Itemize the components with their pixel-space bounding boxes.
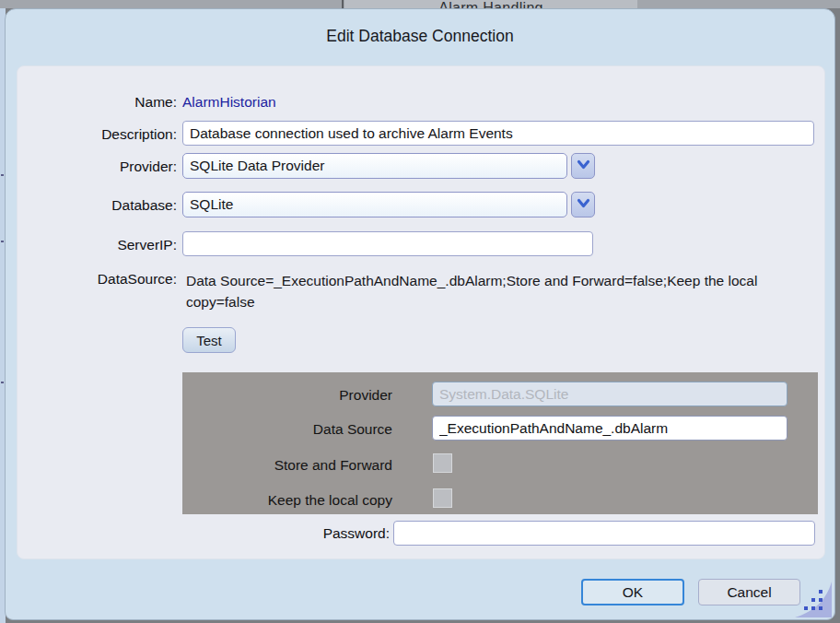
name-value: AlarmHistorian bbox=[182, 94, 276, 111]
dialog-content-panel: Name: AlarmHistorian Description: Provid… bbox=[17, 65, 825, 559]
keep-local-copy-label: Keep the local copy bbox=[182, 492, 392, 509]
store-and-forward-checkbox[interactable] bbox=[433, 453, 452, 473]
provider-settings-panel: Provider Data Source Store and Forward K… bbox=[182, 372, 818, 514]
dialog-title: Edit Database Connection bbox=[6, 27, 834, 46]
resize-grip[interactable] bbox=[795, 582, 832, 617]
cancel-button[interactable]: Cancel bbox=[698, 579, 800, 605]
password-label: Password: bbox=[202, 525, 390, 542]
provider-label: Provider: bbox=[18, 159, 177, 175]
serverip-label: ServerIP: bbox=[18, 237, 177, 253]
database-label: Database: bbox=[18, 197, 177, 214]
panel-datasource-input[interactable] bbox=[432, 416, 788, 441]
background-fragment bbox=[1, 382, 4, 383]
datasource-label: DataSource: bbox=[18, 271, 177, 288]
ok-button[interactable]: OK bbox=[581, 579, 684, 605]
provider-combobox[interactable]: SQLite Data Provider bbox=[182, 153, 567, 179]
password-input[interactable] bbox=[393, 521, 815, 546]
background-tab-label: Alarm Handling bbox=[438, 0, 543, 8]
chevron-down-icon bbox=[577, 196, 590, 213]
store-and-forward-label: Store and Forward bbox=[182, 457, 392, 474]
chevron-down-icon bbox=[577, 158, 590, 174]
background-fragment bbox=[1, 241, 4, 242]
panel-datasource-label: Data Source bbox=[182, 421, 392, 438]
keep-local-copy-checkbox[interactable] bbox=[433, 488, 452, 508]
description-label: Description: bbox=[18, 126, 177, 143]
panel-provider-label: Provider bbox=[182, 387, 392, 404]
resize-grip-dots-icon bbox=[795, 605, 832, 620]
background-app-strip: Alarm Handling bbox=[0, 0, 840, 8]
description-input[interactable] bbox=[182, 121, 814, 146]
provider-dropdown-button[interactable] bbox=[571, 153, 595, 179]
database-combobox-value: SQLite bbox=[190, 196, 233, 212]
screen: Alarm Handling Edit Database Connection … bbox=[0, 0, 840, 623]
edit-database-connection-dialog: Edit Database Connection Name: AlarmHist… bbox=[5, 8, 835, 620]
provider-combobox-value: SQLite Data Provider bbox=[190, 158, 324, 173]
database-combobox[interactable]: SQLite bbox=[182, 192, 567, 217]
background-tab-divider bbox=[342, 0, 344, 8]
name-label: Name: bbox=[18, 94, 177, 111]
datasource-value: Data Source=_ExecutionPathAndName_.dbAla… bbox=[186, 271, 798, 312]
panel-provider-input bbox=[432, 382, 788, 406]
database-dropdown-button[interactable] bbox=[571, 192, 595, 217]
test-button[interactable]: Test bbox=[182, 327, 236, 353]
background-tab-alarm-handling: Alarm Handling bbox=[344, 0, 637, 8]
serverip-input[interactable] bbox=[182, 231, 593, 256]
background-fragment bbox=[1, 174, 4, 176]
